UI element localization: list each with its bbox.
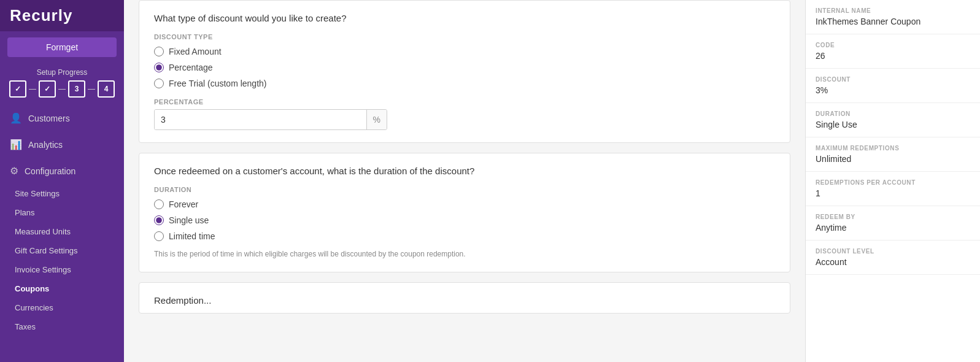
redemptions-per-account-label: REDEMPTIONS PER ACCOUNT: [816, 179, 970, 186]
info-discount: DISCOUNT 3%: [806, 69, 980, 103]
radio-percentage[interactable]: Percentage: [154, 63, 775, 72]
info-internal-name: INTERNAL NAME InkThemes Banner Coupon: [806, 0, 980, 34]
discount-type-radio-group: Fixed Amount Percentage Free Trial (cust…: [154, 47, 775, 88]
radio-fixed-amount[interactable]: Fixed Amount: [154, 47, 775, 56]
discount-value: 3%: [816, 85, 970, 95]
info-discount-level: DISCOUNT LEVEL Account: [806, 241, 980, 275]
redeem-by-label: REDEEM BY: [816, 214, 970, 220]
percentage-input-wrapper: %: [154, 109, 387, 130]
discount-type-title: What type of discount would you like to …: [154, 13, 775, 23]
sidebar-sub-invoice-settings[interactable]: Invoice Settings: [0, 260, 124, 279]
duration-label: DURATION: [154, 186, 775, 193]
customers-label: Customers: [28, 114, 70, 123]
radio-free-trial[interactable]: Free Trial (custom length): [154, 79, 775, 88]
sidebar-item-configuration[interactable]: ⚙ Configuration: [0, 158, 124, 184]
info-redemptions-per-account: REDEMPTIONS PER ACCOUNT 1: [806, 172, 980, 206]
logo: Recurly: [0, 0, 124, 31]
analytics-label: Analytics: [28, 140, 63, 150]
radio-fixed-label: Fixed Amount: [169, 47, 222, 56]
internal-name-value: InkThemes Banner Coupon: [816, 17, 970, 26]
info-duration: DURATION Single Use: [806, 103, 980, 137]
redemptions-per-account-value: 1: [816, 188, 970, 198]
discount-label: DISCOUNT: [816, 76, 970, 83]
radio-single-use-label: Single use: [169, 215, 209, 225]
customers-icon: 👤: [10, 112, 22, 124]
sidebar-sub-gift-card-settings[interactable]: Gift Card Settings: [0, 241, 124, 260]
redemption-partial-title: Redemption...: [154, 295, 775, 306]
step-4: 4: [98, 80, 115, 98]
setup-progress-label: Setup Progress: [7, 68, 117, 77]
main-content: What type of discount would you like to …: [124, 0, 805, 362]
duration-helper-text: This is the period of time in which elig…: [154, 248, 775, 260]
radio-fixed-input[interactable]: [154, 47, 164, 56]
duration-info-value: Single Use: [816, 120, 970, 129]
percentage-input[interactable]: [155, 110, 366, 129]
max-redemptions-value: Unlimited: [816, 154, 970, 164]
sidebar-item-analytics[interactable]: 📊 Analytics: [0, 131, 124, 158]
radio-free-trial-label: Free Trial (custom length): [169, 79, 267, 88]
info-redeem-by: REDEEM BY Anytime: [806, 206, 980, 241]
duration-radio-group: Forever Single use Limited time: [154, 199, 775, 241]
radio-forever-label: Forever: [169, 199, 198, 209]
code-label: CODE: [816, 42, 970, 48]
sidebar: Recurly Formget Setup Progress ✓ — ✓ — 3…: [0, 0, 124, 362]
radio-limited-time-input[interactable]: [154, 231, 164, 241]
sidebar-item-customers[interactable]: 👤 Customers: [0, 105, 124, 131]
duration-card: Once redeemed on a customer's account, w…: [139, 153, 790, 272]
radio-limited-time[interactable]: Limited time: [154, 231, 775, 241]
sidebar-sub-taxes[interactable]: Taxes: [0, 317, 124, 336]
radio-percentage-label: Percentage: [169, 63, 213, 72]
step-1: ✓: [9, 80, 26, 98]
step-3: 3: [68, 80, 85, 98]
duration-title: Once redeemed on a customer's account, w…: [154, 166, 775, 176]
max-redemptions-label: MAXIMUM REDEMPTIONS: [816, 145, 970, 152]
redemption-card-partial: Redemption...: [139, 282, 790, 314]
formget-button[interactable]: Formget: [7, 37, 117, 57]
percentage-suffix: %: [366, 110, 387, 129]
sidebar-sub-measured-units[interactable]: Measured Units: [0, 222, 124, 241]
sidebar-sub-site-settings[interactable]: Site Settings: [0, 184, 124, 203]
analytics-icon: 📊: [10, 139, 22, 150]
info-code: CODE 26: [806, 34, 980, 69]
radio-percentage-input[interactable]: [154, 63, 164, 72]
radio-forever-input[interactable]: [154, 199, 164, 209]
code-value: 26: [816, 51, 970, 61]
sidebar-sub-coupons[interactable]: Coupons: [0, 279, 124, 298]
radio-free-trial-input[interactable]: [154, 79, 164, 88]
radio-single-use[interactable]: Single use: [154, 215, 775, 225]
configuration-icon: ⚙: [10, 165, 18, 177]
progress-steps: ✓ — ✓ — 3 — 4: [7, 80, 117, 98]
sidebar-sub-plans[interactable]: Plans: [0, 203, 124, 222]
sidebar-sub-currencies[interactable]: Currencies: [0, 298, 124, 317]
internal-name-label: INTERNAL NAME: [816, 7, 970, 14]
radio-forever[interactable]: Forever: [154, 199, 775, 209]
configuration-label: Configuration: [25, 166, 75, 176]
discount-type-label: DISCOUNT TYPE: [154, 33, 775, 40]
percentage-field-label: PERCENTAGE: [154, 98, 775, 106]
duration-info-label: DURATION: [816, 110, 970, 117]
discount-level-label: DISCOUNT LEVEL: [816, 248, 970, 255]
info-max-redemptions: MAXIMUM REDEMPTIONS Unlimited: [806, 137, 980, 172]
discount-type-card: What type of discount would you like to …: [139, 0, 790, 143]
radio-limited-time-label: Limited time: [169, 231, 215, 241]
nav-section: 👤 Customers 📊 Analytics ⚙ Configuration …: [0, 105, 124, 336]
redeem-by-value: Anytime: [816, 223, 970, 233]
step-2: ✓: [39, 80, 56, 98]
right-panel: INTERNAL NAME InkThemes Banner Coupon CO…: [805, 0, 980, 362]
setup-progress: Setup Progress ✓ — ✓ — 3 — 4: [7, 68, 117, 98]
radio-single-use-input[interactable]: [154, 215, 164, 225]
discount-level-value: Account: [816, 257, 970, 267]
